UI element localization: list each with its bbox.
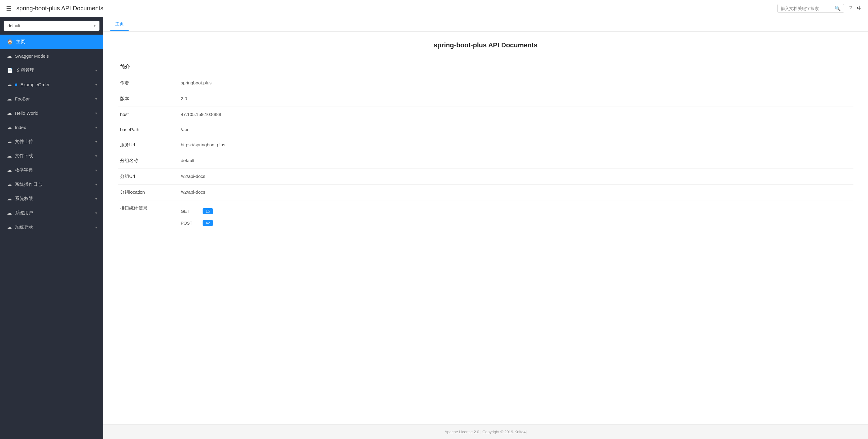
page-title: spring-boot-plus API Documents xyxy=(118,41,854,49)
sidebar-label-8: 文件下载 xyxy=(15,153,92,159)
chevron-right-icon-4: ▾ xyxy=(95,97,97,101)
row-author: 作者 springboot.plus xyxy=(118,75,854,91)
sidebar-item-1[interactable]: ☁Swagger Models xyxy=(0,49,103,63)
sidebar-nav: 🏠主页☁Swagger Models📄文档管理▾☁ExampleOrder▾☁F… xyxy=(0,35,103,234)
sidebar-label-7: 文件上传 xyxy=(15,139,92,145)
sidebar-label-5: Hello World xyxy=(15,111,92,116)
sidebar-label-4: FooBar xyxy=(15,96,92,101)
sidebar-item-4[interactable]: ☁FooBar▾ xyxy=(0,92,103,106)
value-group-url: /v2/api-docs xyxy=(178,169,854,184)
value-service-url: https://springboot.plus xyxy=(178,137,854,153)
row-host: host 47.105.159.10:8888 xyxy=(118,107,854,122)
sidebar-label-6: Index xyxy=(15,125,92,130)
sidebar-icon-7: ☁ xyxy=(7,139,12,145)
sidebar-item-8[interactable]: ☁文件下载▾ xyxy=(0,149,103,163)
sidebar-item-7[interactable]: ☁文件上传▾ xyxy=(0,135,103,149)
section-intro-row: 简介 xyxy=(118,59,854,75)
row-group-url: 分组Url /v2/api-docs xyxy=(118,169,854,184)
label-group-name: 分组名称 xyxy=(118,153,178,169)
label-group-url: 分组Url xyxy=(118,169,178,184)
sidebar-item-10[interactable]: ☁系统操作日志▾ xyxy=(0,177,103,192)
row-version: 版本 2.0 xyxy=(118,91,854,107)
sidebar-label-2: 文档管理 xyxy=(16,67,92,73)
method-post: POST xyxy=(181,221,199,226)
footer: Apache License 2.0 | Copyright © 2019-Kn… xyxy=(103,425,868,439)
menu-icon[interactable]: ☰ xyxy=(6,5,11,12)
sidebar-item-3[interactable]: ☁ExampleOrder▾ xyxy=(0,78,103,92)
label-api-stats: 接口统计信息 xyxy=(118,200,178,234)
sidebar-label-11: 系统权限 xyxy=(15,196,92,202)
main-area: 主页 spring-boot-plus API Documents 简介 作者 … xyxy=(103,17,868,439)
chevron-right-icon-9: ▾ xyxy=(95,168,97,172)
sidebar-icon-8: ☁ xyxy=(7,153,12,159)
dot-icon-3 xyxy=(15,84,17,86)
sidebar-icon-5: ☁ xyxy=(7,110,12,116)
chevron-right-icon-3: ▾ xyxy=(95,83,97,87)
value-group-location: /v2/api-docs xyxy=(178,184,854,200)
sidebar-item-9[interactable]: ☁枚举字典▾ xyxy=(0,163,103,177)
label-basepath: basePath xyxy=(118,122,178,137)
chevron-right-icon-7: ▾ xyxy=(95,140,97,144)
search-input[interactable] xyxy=(781,6,833,11)
count-post: 42 xyxy=(203,220,213,226)
label-host: host xyxy=(118,107,178,122)
sidebar-icon-12: ☁ xyxy=(7,210,12,216)
api-stat-get: GET 15 xyxy=(181,205,851,217)
row-api-stats: 接口统计信息 GET 15 POST 42 xyxy=(118,200,854,234)
row-service-url: 服务Url https://springboot.plus xyxy=(118,137,854,153)
sidebar-item-5[interactable]: ☁Hello World▾ xyxy=(0,106,103,120)
api-stat-post: POST 42 xyxy=(181,217,851,229)
sidebar-icon-0: 🏠 xyxy=(7,39,13,45)
chevron-right-icon-6: ▾ xyxy=(95,125,97,129)
count-get: 15 xyxy=(203,208,213,214)
chevron-right-icon-8: ▾ xyxy=(95,154,97,158)
sidebar-label-0: 主页 xyxy=(16,39,97,45)
sidebar-label-10: 系统操作日志 xyxy=(15,181,92,187)
value-group-name: default xyxy=(178,153,854,169)
row-basepath: basePath /api xyxy=(118,122,854,137)
sidebar-label-1: Swagger Models xyxy=(15,53,97,59)
sidebar: default ▾ 🏠主页☁Swagger Models📄文档管理▾☁Examp… xyxy=(0,17,103,439)
footer-text: Apache License 2.0 | Copyright © 2019-Kn… xyxy=(445,430,527,434)
sidebar-label-3: ExampleOrder xyxy=(20,82,92,87)
row-group-name: 分组名称 default xyxy=(118,153,854,169)
tab-home[interactable]: 主页 xyxy=(111,18,129,31)
sidebar-icon-10: ☁ xyxy=(7,181,12,187)
chevron-right-icon-12: ▾ xyxy=(95,211,97,215)
sidebar-label-13: 系统登录 xyxy=(15,224,92,230)
sidebar-item-2[interactable]: 📄文档管理▾ xyxy=(0,63,103,78)
value-author: springboot.plus xyxy=(178,75,854,91)
help-icon[interactable]: ? xyxy=(849,5,852,12)
search-box[interactable]: 🔍 xyxy=(777,4,844,13)
sidebar-icon-9: ☁ xyxy=(7,167,12,173)
header-title: spring-boot-plus API Documents xyxy=(17,5,777,12)
sidebar-icon-3: ☁ xyxy=(7,82,12,87)
language-toggle[interactable]: 中 xyxy=(857,5,862,11)
label-service-url: 服务Url xyxy=(118,137,178,153)
sidebar-icon-6: ☁ xyxy=(7,124,12,130)
chevron-down-icon: ▾ xyxy=(94,24,96,28)
sidebar-icon-2: 📄 xyxy=(7,67,13,73)
section-intro: 简介 xyxy=(120,59,130,71)
sidebar-label-9: 枚举字典 xyxy=(15,167,92,173)
chevron-right-icon-13: ▾ xyxy=(95,225,97,230)
sidebar-icon-1: ☁ xyxy=(7,53,12,59)
sidebar-item-13[interactable]: ☁系统登录▾ xyxy=(0,220,103,234)
sidebar-item-0[interactable]: 🏠主页 xyxy=(0,35,103,49)
sidebar-label-12: 系统用户 xyxy=(15,210,92,216)
group-select[interactable]: default ▾ xyxy=(4,21,99,31)
value-basepath: /api xyxy=(178,122,854,137)
value-api-stats: GET 15 POST 42 xyxy=(178,200,854,234)
method-get: GET xyxy=(181,209,199,214)
sidebar-icon-4: ☁ xyxy=(7,96,12,102)
chevron-right-icon-2: ▾ xyxy=(95,68,97,72)
sidebar-item-12[interactable]: ☁系统用户▾ xyxy=(0,206,103,220)
sidebar-item-6[interactable]: ☁Index▾ xyxy=(0,120,103,135)
content-area: spring-boot-plus API Documents 简介 作者 spr… xyxy=(103,32,868,425)
label-version: 版本 xyxy=(118,91,178,107)
sidebar-item-11[interactable]: ☁系统权限▾ xyxy=(0,192,103,206)
chevron-right-icon-10: ▾ xyxy=(95,182,97,187)
chevron-right-icon-5: ▾ xyxy=(95,111,97,115)
info-table: 简介 作者 springboot.plus 版本 2.0 host 47.105… xyxy=(118,59,854,234)
label-group-location: 分组location xyxy=(118,184,178,200)
